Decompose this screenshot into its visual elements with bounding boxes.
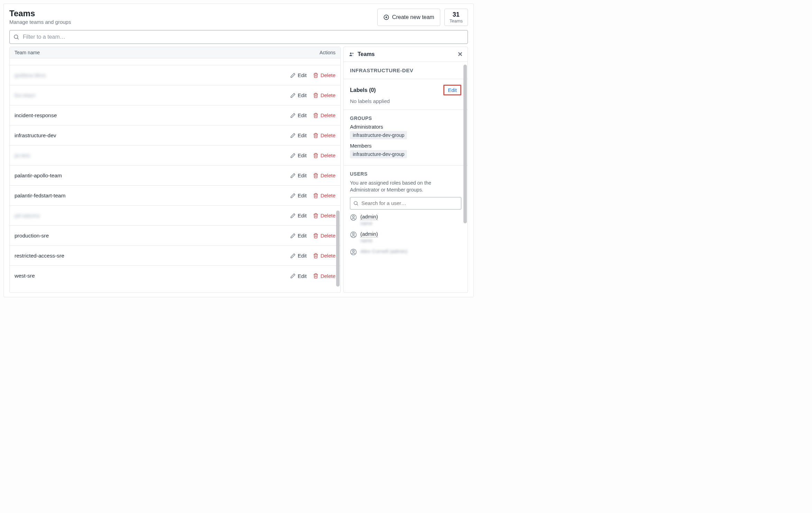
table-row[interactable]: jw-testEditDelete [10, 146, 340, 166]
edit-label: Edit [298, 152, 307, 158]
admin-group-chip[interactable]: infrastructure-dev-group [350, 131, 407, 139]
edit-button[interactable]: Edit [290, 72, 307, 78]
edit-label: Edit [298, 213, 307, 218]
pencil-icon [290, 153, 296, 158]
edit-button[interactable]: Edit [290, 132, 307, 138]
edit-button[interactable]: Edit [290, 152, 307, 158]
edit-button[interactable]: Edit [290, 112, 307, 118]
table-row[interactable]: west-sreEditDelete [10, 266, 340, 286]
user-circle-icon [350, 231, 357, 238]
users-note: You are assigned roles based on the Admi… [350, 179, 461, 194]
trash-icon [313, 113, 319, 118]
trash-icon [313, 73, 319, 78]
selected-team-name: INFRASTRUCTURE-DEV [350, 67, 461, 73]
close-icon[interactable]: ✕ [458, 50, 463, 58]
delete-button[interactable]: Delete [313, 213, 335, 218]
svg-point-3 [14, 35, 18, 39]
members-label: Members [350, 143, 461, 149]
col-actions: Actions [280, 50, 335, 55]
svg-line-8 [357, 204, 358, 205]
svg-point-14 [352, 250, 354, 252]
edit-button[interactable]: Edit [290, 193, 307, 198]
svg-point-5 [350, 53, 352, 54]
trash-icon [313, 133, 319, 138]
search-icon [353, 200, 359, 206]
edit-button[interactable]: Edit [290, 273, 307, 279]
create-team-button[interactable]: Create new team [377, 9, 440, 26]
user-search-wrap[interactable] [350, 197, 461, 209]
edit-button[interactable]: Edit [290, 253, 307, 259]
team-name-cell: fox-team [15, 92, 290, 99]
team-name-cell: restricted-access-sre [15, 253, 290, 259]
team-name-cell: jw-test [15, 152, 290, 159]
delete-button[interactable]: Delete [313, 132, 335, 138]
trash-icon [313, 273, 319, 279]
delete-button[interactable]: Delete [313, 273, 335, 279]
trash-icon [313, 233, 319, 239]
pencil-icon [290, 233, 296, 239]
user-circle-icon [350, 249, 357, 255]
table-row[interactable]: production-sreEditDelete [10, 226, 340, 246]
create-team-label: Create new team [392, 14, 434, 20]
details-title: Teams [358, 51, 458, 57]
member-group-chip[interactable]: infrastructure-dev-group [350, 150, 407, 158]
edit-button[interactable]: Edit [290, 233, 307, 239]
team-details-panel: Teams ✕ INFRASTRUCTURE-DEV Labels (0) Ed… [343, 47, 468, 293]
table-scrollbar[interactable] [336, 211, 340, 287]
edit-labels-button[interactable]: Edit [443, 85, 461, 95]
pencil-icon [290, 193, 296, 198]
table-row[interactable]: palantir-apollo-teamEditDelete [10, 166, 340, 186]
user-row[interactable]: (admin)name [350, 231, 461, 243]
trash-icon [313, 93, 319, 98]
delete-button[interactable]: Delete [313, 172, 335, 178]
pencil-icon [290, 133, 296, 138]
user-subtext: name [360, 238, 378, 243]
team-name-cell: grafana-devs [15, 72, 290, 78]
user-row[interactable]: (admin)name [350, 214, 461, 226]
team-count-card: 31 Teams [444, 9, 468, 26]
avatar [350, 214, 357, 221]
delete-button[interactable]: Delete [313, 92, 335, 98]
pencil-icon [290, 73, 296, 78]
user-row[interactable]: Alex Cornell (admin) [350, 248, 461, 255]
user-subtext: name [360, 221, 378, 226]
team-name-cell: palantir-fedstart-team [15, 193, 290, 199]
edit-button[interactable]: Edit [290, 213, 307, 218]
delete-label: Delete [321, 172, 335, 178]
delete-button[interactable]: Delete [313, 193, 335, 198]
user-search-input[interactable] [361, 200, 458, 206]
table-row[interactable]: restricted-access-sreEditDelete [10, 246, 340, 266]
pencil-icon [290, 273, 296, 279]
delete-label: Delete [321, 152, 335, 158]
administrators-label: Administrators [350, 124, 461, 130]
avatar [350, 249, 357, 255]
delete-label: Delete [321, 213, 335, 218]
delete-button[interactable]: Delete [313, 233, 335, 239]
filter-input-wrap[interactable] [9, 30, 468, 44]
details-scrollbar[interactable] [463, 65, 467, 223]
edit-label: Edit [298, 253, 307, 259]
pencil-icon [290, 113, 296, 118]
user-circle-icon [350, 214, 357, 221]
edit-button[interactable]: Edit [290, 172, 307, 178]
table-row[interactable]: incident-responseEditDelete [10, 105, 340, 125]
table-row[interactable]: fox-teamEditDelete [10, 85, 340, 105]
table-row[interactable]: palantir-fedstart-teamEditDelete [10, 186, 340, 206]
filter-input[interactable] [22, 34, 464, 40]
delete-button[interactable]: Delete [313, 72, 335, 78]
pencil-icon [290, 93, 296, 98]
table-row[interactable]: front-end-devEditDelete [10, 58, 340, 65]
delete-label: Delete [321, 273, 335, 279]
delete-button[interactable]: Delete [313, 112, 335, 118]
table-row[interactable]: grafana-devsEditDelete [10, 65, 340, 85]
table-row[interactable]: infrastructure-devEditDelete [10, 125, 340, 146]
edit-label: Edit [298, 112, 307, 118]
edit-label: Edit [298, 193, 307, 198]
delete-button[interactable]: Delete [313, 253, 335, 259]
svg-point-6 [352, 53, 353, 54]
delete-button[interactable]: Delete [313, 152, 335, 158]
edit-button[interactable]: Edit [290, 92, 307, 98]
user-name: (admin) [360, 214, 378, 220]
table-row[interactable]: pd-saturnsEditDelete [10, 206, 340, 226]
team-name-cell: west-sre [15, 273, 290, 279]
